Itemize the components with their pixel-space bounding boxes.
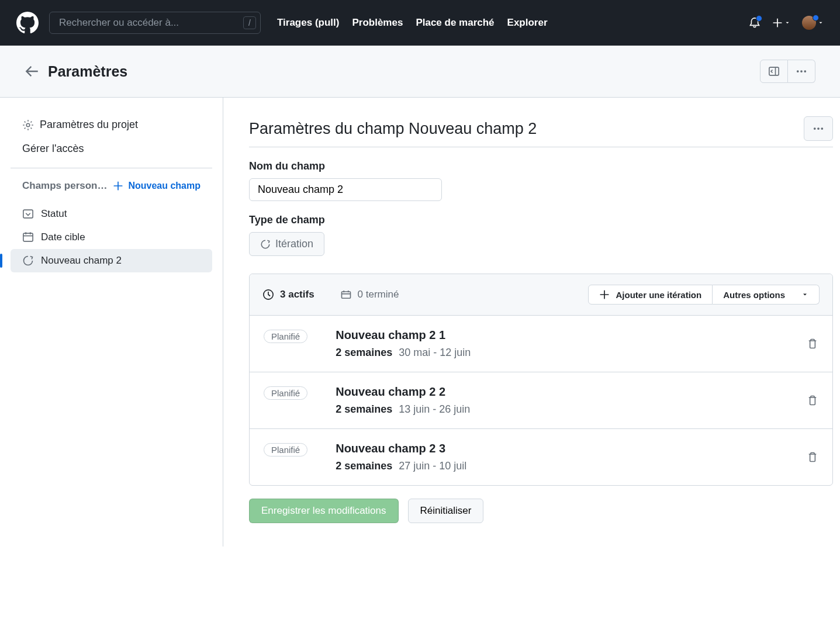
- iteration-status-badge: Planifié: [264, 443, 307, 456]
- other-options-button[interactable]: Autres options: [713, 285, 820, 305]
- new-field-label: Nouveau champ: [128, 181, 201, 191]
- topbar-actions: [749, 16, 824, 30]
- iteration-duration: 2 semaines: [336, 460, 392, 472]
- sidebar-field-nouveau-champ-2[interactable]: Nouveau champ 2: [11, 249, 212, 272]
- page-subheader: Paramètres: [0, 46, 840, 98]
- svg-point-12: [817, 127, 820, 130]
- github-logo-icon[interactable]: [16, 12, 39, 34]
- nav-links: Tirages (pull) Problèmes Place de marché…: [277, 17, 548, 29]
- iteration-row: Planifié Nouveau champ 2 2 2 semaines 13…: [250, 372, 832, 429]
- field-label: Statut: [41, 208, 67, 220]
- iteration-dates: 30 mai - 12 juin: [399, 347, 471, 358]
- sidebar-field-status[interactable]: Statut: [11, 202, 212, 226]
- top-nav: / Tirages (pull) Problèmes Place de marc…: [0, 0, 840, 46]
- iteration-title[interactable]: Nouveau champ 2 3: [336, 442, 779, 455]
- sidebar-item-label: Gérer l'accès: [22, 143, 84, 155]
- sidebar-divider: [11, 168, 212, 168]
- sidebar-manage-access[interactable]: Gérer l'accès: [11, 137, 212, 161]
- completed-iterations-tab[interactable]: 0 terminé: [340, 289, 399, 300]
- iteration-title[interactable]: Nouveau champ 2 1: [336, 328, 779, 342]
- field-type-group: Type de champ Itération: [249, 214, 833, 256]
- search-input[interactable]: [49, 12, 261, 34]
- iteration-meta: 2 semaines 30 mai - 12 juin: [336, 347, 779, 359]
- delete-iteration-button[interactable]: [807, 451, 818, 463]
- field-type-label: Type de champ: [249, 214, 833, 226]
- iteration-row: Planifié Nouveau champ 2 1 2 semaines 30…: [250, 316, 832, 372]
- other-options-label: Autres options: [723, 290, 785, 300]
- create-new-dropdown[interactable]: [772, 18, 790, 28]
- field-more-button[interactable]: [804, 116, 833, 141]
- sidebar-custom-fields-header: Champs person… Nouveau champ: [11, 180, 212, 192]
- nav-marketplace[interactable]: Place de marché: [416, 17, 494, 29]
- nav-pull-requests[interactable]: Tirages (pull): [277, 17, 339, 29]
- slash-key-hint: /: [243, 16, 256, 29]
- field-settings-heading: Paramètres du champ Nouveau champ 2: [249, 120, 537, 138]
- sidebar: Paramètres du projet Gérer l'accès Champ…: [0, 98, 223, 547]
- new-field-button[interactable]: Nouveau champ: [113, 181, 201, 191]
- active-count-label: 3 actifs: [280, 289, 314, 300]
- field-type-value: Itération: [275, 238, 313, 250]
- svg-point-13: [821, 127, 823, 130]
- field-label: Date cible: [41, 231, 85, 243]
- iteration-dates: 27 juin - 10 juil: [399, 460, 466, 472]
- svg-rect-7: [23, 233, 33, 241]
- more-options-button[interactable]: [788, 60, 815, 83]
- iteration-body: Nouveau champ 2 3 2 semaines 27 juin - 1…: [336, 442, 779, 472]
- completed-count-label: 0 terminé: [358, 289, 399, 300]
- iteration-status-badge: Planifié: [264, 386, 307, 400]
- field-name-group: Nom du champ: [249, 160, 833, 201]
- iteration-meta: 2 semaines 13 juin - 26 juin: [336, 403, 779, 416]
- field-type-button[interactable]: Itération: [249, 232, 324, 256]
- svg-point-5: [26, 123, 30, 127]
- svg-point-2: [797, 70, 799, 72]
- iteration-status-badge: Planifié: [264, 330, 307, 343]
- page-title: Paramètres: [48, 63, 127, 80]
- iteration-row: Planifié Nouveau champ 2 3 2 semaines 27…: [250, 429, 832, 485]
- toggle-sidebar-button[interactable]: [760, 60, 788, 83]
- subheader-actions: [760, 60, 815, 83]
- nav-issues[interactable]: Problèmes: [352, 17, 403, 29]
- back-arrow-icon[interactable]: [25, 64, 40, 79]
- sidebar-field-target-date[interactable]: Date cible: [11, 226, 212, 249]
- avatar-notification-dot: [813, 15, 819, 21]
- reset-button[interactable]: Réinitialiser: [408, 499, 484, 523]
- form-actions: Enregistrer les modifications Réinitiali…: [249, 499, 833, 523]
- svg-rect-6: [23, 210, 33, 218]
- field-name-input[interactable]: [249, 178, 442, 201]
- main-header: Paramètres du champ Nouveau champ 2: [249, 116, 833, 147]
- iterations-actions: Ajouter une itération Autres options: [588, 285, 820, 305]
- svg-point-4: [804, 70, 806, 72]
- user-menu[interactable]: [802, 16, 824, 30]
- notifications-button[interactable]: [749, 17, 761, 29]
- nav-explore[interactable]: Explorer: [507, 17, 548, 29]
- iteration-duration: 2 semaines: [336, 403, 392, 415]
- svg-point-3: [800, 70, 803, 72]
- iteration-meta: 2 semaines 27 juin - 10 juil: [336, 460, 779, 472]
- iterations-panel: 3 actifs 0 terminé Ajouter une itération…: [249, 274, 833, 486]
- active-iterations-tab[interactable]: 3 actifs: [262, 289, 314, 300]
- search-box: /: [49, 12, 261, 34]
- sidebar-project-settings[interactable]: Paramètres du projet: [11, 113, 212, 137]
- main-layout: Paramètres du projet Gérer l'accès Champ…: [0, 98, 840, 547]
- field-label: Nouveau champ 2: [41, 255, 122, 267]
- delete-iteration-button[interactable]: [807, 395, 818, 406]
- iteration-body: Nouveau champ 2 1 2 semaines 30 mai - 12…: [336, 328, 779, 359]
- sidebar-item-label: Paramètres du projet: [40, 119, 138, 131]
- iteration-title[interactable]: Nouveau champ 2 2: [336, 385, 779, 399]
- svg-rect-15: [341, 292, 350, 298]
- iteration-body: Nouveau champ 2 2 2 semaines 13 juin - 2…: [336, 385, 779, 416]
- notification-dot-icon: [756, 15, 762, 22]
- svg-point-11: [814, 127, 816, 130]
- add-iteration-button[interactable]: Ajouter une itération: [588, 285, 713, 305]
- delete-iteration-button[interactable]: [807, 338, 818, 350]
- add-iteration-label: Ajouter une itération: [616, 290, 701, 300]
- custom-fields-label: Champs person…: [22, 180, 107, 192]
- iterations-toolbar: 3 actifs 0 terminé Ajouter une itération…: [250, 274, 832, 316]
- field-name-label: Nom du champ: [249, 160, 833, 172]
- iteration-duration: 2 semaines: [336, 347, 392, 358]
- main-content: Paramètres du champ Nouveau champ 2 Nom …: [223, 98, 840, 547]
- save-button[interactable]: Enregistrer les modifications: [249, 499, 399, 523]
- iteration-dates: 13 juin - 26 juin: [399, 403, 470, 415]
